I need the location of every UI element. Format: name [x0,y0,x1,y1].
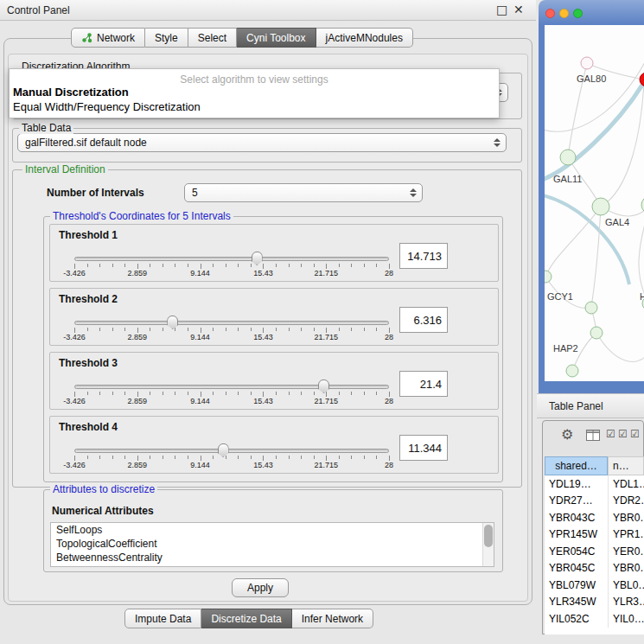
table-row[interactable]: YDR27…YDR2… [545,493,644,510]
tab-impute-data[interactable]: Impute Data [124,609,201,628]
tick-mark [87,328,88,331]
threshold-panel: -3.4262.8599.14415.4321.71528Threshold 3… [49,352,499,410]
network-node-green[interactable] [560,150,576,165]
network-node-green[interactable] [566,365,578,377]
tab-cyni-toolbox[interactable]: Cyni Toolbox [237,28,316,48]
float-window-icon[interactable]: □ [496,3,507,16]
tick-mark [87,264,88,267]
tick-mark [251,456,252,459]
network-edge [545,207,601,277]
slider-thumb-icon[interactable] [318,379,329,393]
tick-label: 28 [385,333,393,341]
tick-label: 21.715 [314,269,338,277]
tick-mark [112,328,113,331]
apply-button[interactable]: Apply [232,578,289,597]
tick-mark [238,328,239,331]
scrollbar-thumb[interactable] [484,525,493,547]
tick-label: 9.144 [190,269,210,277]
tick-mark [376,264,377,267]
thresholds-group: -3.4262.8599.14415.4321.71528Threshold 1… [43,216,503,482]
tab-style[interactable]: Style [145,28,188,48]
table-row[interactable]: YBR045CYBR0… [545,560,644,577]
columns-icon[interactable] [586,430,600,441]
slider-thumb-icon[interactable] [167,316,178,329]
close-traffic-light-icon[interactable] [545,9,555,18]
table-cell-name: YLR3… [608,594,644,611]
tick-mark [150,328,150,331]
tick-mark [150,392,150,395]
tab-discretize-data[interactable]: Discretize Data [201,609,291,628]
tab-infer-network[interactable]: Infer Network [292,609,373,628]
tab-select[interactable]: Select [188,28,237,48]
threshold-slider-track[interactable] [74,257,389,261]
tick-label: -3.426 [63,269,86,277]
network-node-green[interactable] [592,198,609,215]
algorithm-option[interactable]: Equal Width/Frequency Discretization [10,99,499,114]
minimize-traffic-light-icon[interactable] [559,9,569,18]
tab-label: Style [155,32,178,44]
tick-mark [238,392,239,395]
tick-label: 15.43 [253,461,273,469]
tab-label: Discretize Data [211,613,281,625]
network-node-green[interactable] [545,271,552,283]
list-scrollbar[interactable] [482,523,494,566]
list-item[interactable]: BetweennessCentrality [51,551,494,564]
tick-label: -3.426 [63,461,86,469]
zoom-traffic-light-icon[interactable] [573,9,583,18]
threshold-slider-track[interactable] [74,449,389,453]
table-row[interactable]: YLR345WYLR3… [545,594,644,611]
algorithm-dropdown-popup: Select algorithm to view settings Manual… [9,68,500,118]
numerical-attributes-list[interactable]: SelfLoopsTopologicalCoefficientBetweenne… [50,522,494,567]
tick-mark [339,264,340,267]
checkbox-icon[interactable]: ☑ [606,428,615,440]
number-of-intervals-label: Number of Intervals [47,187,144,199]
threshold-value-field[interactable]: 21.4 [399,371,448,397]
tab-network[interactable]: Network [71,28,145,48]
network-node-green[interactable] [585,302,597,314]
threshold-value-field[interactable]: 11.344 [399,435,448,461]
table-data-dropdown-value: galFiltered.sif default node [25,137,147,149]
network-node-pink[interactable] [581,57,593,69]
tick-mark [238,264,239,267]
table-row[interactable]: YPR145WYPR1… [545,526,644,544]
threshold-slider-track[interactable] [74,385,389,389]
table-cell-name: YPR1… [608,526,644,544]
list-item[interactable]: TopologicalCoefficient [51,537,494,551]
node-label: GAL4 [605,217,629,227]
tick-mark [339,328,340,331]
table-data-dropdown[interactable]: galFiltered.sif default node [17,133,507,152]
table-cell-name: YBR0… [608,509,644,526]
list-item[interactable]: SelfLoops [51,523,494,537]
table-row[interactable]: YER054CYER0… [545,543,644,560]
number-of-intervals-dropdown[interactable]: 5 [184,183,423,202]
table-row[interactable]: YDL19…YDL1… [545,475,644,493]
tick-mark [112,392,113,395]
network-canvas[interactable]: GAL80GAL11GAL4GCY1HAP2H [545,25,644,381]
tick-mark [364,392,365,395]
checkbox-icon[interactable]: ☑ [618,428,628,440]
slider-thumb-icon[interactable] [252,252,263,265]
tab-jactivemnodules[interactable]: jActiveMNodules [316,28,413,48]
table-row[interactable]: YBL079WYBL0… [545,577,644,594]
tick-mark [351,328,352,331]
gear-icon[interactable]: ⚙ [561,426,573,443]
column-header-name[interactable]: n… [608,456,644,475]
tick-label: 9.144 [190,397,210,405]
threshold-value-field[interactable]: 14.713 [399,243,448,269]
threshold-value-field[interactable]: 6.316 [399,307,448,333]
table-cell-name: YBR0… [608,560,644,577]
slider-thumb-icon[interactable] [218,443,229,457]
threshold-slider-track[interactable] [74,321,389,325]
network-node-green[interactable] [590,327,603,339]
algorithm-option[interactable]: Manual Discretization [10,85,499,99]
tick-mark [276,392,277,395]
table-row[interactable]: YBR043CYBR0… [545,509,644,526]
tick-label: 15.43 [253,333,273,341]
table-row[interactable]: YIL052CYIL0… [545,610,644,628]
checkbox-icon[interactable]: ☑ [630,428,640,440]
tick-label: 9.144 [190,333,210,341]
tick-label: 15.43 [253,397,273,405]
column-header-shared-name[interactable]: shared… [545,456,608,475]
close-icon[interactable]: ✕ [513,3,524,16]
node-label: GAL11 [553,174,582,184]
